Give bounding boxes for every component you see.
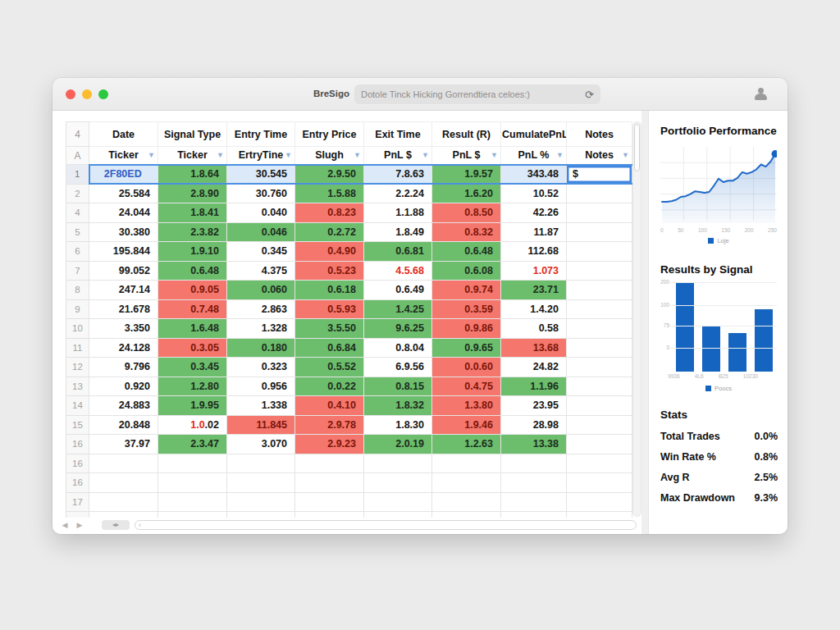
cell[interactable]: [501, 473, 567, 493]
cell[interactable]: 1.338: [227, 396, 295, 416]
cell[interactable]: 0.046: [227, 222, 295, 242]
cell[interactable]: [567, 203, 632, 223]
cell[interactable]: [567, 512, 632, 518]
cell[interactable]: 1.4.20: [501, 299, 567, 319]
filter-dropdown-icon[interactable]: ▼: [622, 151, 629, 159]
cell[interactable]: [364, 492, 432, 512]
cell[interactable]: [227, 454, 295, 473]
row-number[interactable]: 17: [66, 492, 89, 512]
row-number[interactable]: 1: [66, 165, 89, 185]
row-number[interactable]: 12: [66, 358, 89, 377]
cell[interactable]: 2.9.50: [295, 165, 364, 185]
cell[interactable]: 25.584: [89, 184, 158, 203]
cell[interactable]: [227, 473, 295, 493]
cell[interactable]: [295, 512, 364, 518]
sub-header-pnl-[interactable]: PnL %▼: [501, 147, 567, 165]
cell[interactable]: 0.6.48: [432, 242, 501, 262]
cell[interactable]: 112.68: [501, 242, 567, 262]
cell[interactable]: 0.0.22: [295, 377, 364, 396]
cell[interactable]: 1.328: [227, 319, 295, 339]
cell[interactable]: [567, 184, 632, 203]
cell[interactable]: 2.2.24: [364, 184, 432, 203]
column-header-signal-type[interactable]: Signal Type: [158, 122, 227, 147]
row-number[interactable]: 7: [66, 261, 89, 281]
row-number[interactable]: 16: [66, 435, 89, 454]
filter-dropdown-icon[interactable]: ▼: [354, 151, 361, 159]
cell[interactable]: [295, 492, 364, 512]
cell[interactable]: 0.9.05: [158, 281, 227, 300]
cell[interactable]: [567, 281, 632, 300]
minimize-button[interactable]: [82, 89, 92, 99]
cell[interactable]: 0.6.18: [295, 281, 364, 300]
cell[interactable]: [567, 396, 632, 416]
cell[interactable]: 247.14: [89, 281, 158, 300]
cell[interactable]: [89, 454, 158, 473]
horizontal-scrollbar[interactable]: ‹: [135, 520, 637, 530]
cell[interactable]: 0.0.60: [432, 358, 501, 377]
cell[interactable]: 37.97: [89, 435, 158, 454]
cell[interactable]: 195.844: [89, 242, 158, 262]
cell[interactable]: 0.2.72: [295, 222, 364, 242]
cell[interactable]: 0.6.84: [295, 338, 364, 358]
cell[interactable]: 30.380: [89, 222, 158, 242]
cell[interactable]: 0.9.65: [432, 338, 501, 358]
cell[interactable]: 1.6.48: [158, 319, 227, 339]
scroll-right-icon[interactable]: ▶: [72, 521, 87, 529]
cell[interactable]: 0.58: [501, 319, 567, 339]
row-number[interactable]: 16: [66, 473, 89, 493]
cell[interactable]: 4.375: [227, 261, 295, 281]
cell[interactable]: 1.2.63: [432, 435, 501, 454]
cell[interactable]: 24.883: [89, 396, 158, 416]
cell[interactable]: [567, 242, 632, 262]
scrollbar-left-arrow-icon[interactable]: ‹: [139, 521, 141, 529]
cell[interactable]: [364, 473, 432, 493]
cell[interactable]: 13.38: [501, 435, 567, 454]
cell[interactable]: $: [567, 165, 632, 185]
user-account-icon[interactable]: [754, 87, 768, 101]
column-header-entry-price[interactable]: Entry Price: [295, 122, 364, 147]
cell[interactable]: 2.0.19: [364, 435, 432, 454]
cell[interactable]: 0.4.75: [432, 377, 501, 396]
cell[interactable]: 0.8.04: [364, 338, 432, 358]
sub-header-slugh[interactable]: Slugh▼: [295, 147, 364, 165]
cell[interactable]: [227, 512, 295, 518]
cell[interactable]: 1.8.32: [364, 396, 432, 416]
cell[interactable]: 0.040: [227, 203, 295, 223]
cell[interactable]: 1.8.41: [158, 203, 227, 223]
cell[interactable]: 0.9.86: [432, 319, 501, 339]
cell[interactable]: 28.98: [501, 415, 567, 435]
cell[interactable]: 0.4.10: [295, 396, 364, 416]
address-bar[interactable]: Dotole Tinck Hicking Gorrendtiera celoes…: [354, 84, 600, 104]
cell[interactable]: 42.26: [501, 203, 567, 223]
cell[interactable]: 1.8.64: [158, 165, 227, 185]
cell[interactable]: 0.6.81: [364, 242, 432, 262]
sub-header-pnl-[interactable]: PnL $▼: [364, 147, 432, 165]
cell[interactable]: [501, 454, 567, 473]
vertical-scrollbar[interactable]: [632, 121, 641, 517]
cell[interactable]: 11.845: [227, 415, 295, 435]
cell[interactable]: 9.796: [89, 358, 158, 377]
cell[interactable]: 0.6.48: [158, 261, 227, 281]
cell[interactable]: [567, 338, 632, 358]
cell[interactable]: [567, 299, 632, 319]
scroll-left-icon[interactable]: ◀: [57, 521, 72, 529]
cell[interactable]: 30.545: [227, 165, 295, 185]
cell[interactable]: 99.052: [89, 261, 158, 281]
cell[interactable]: 0.323: [227, 358, 295, 377]
cell[interactable]: 1.8.30: [364, 415, 432, 435]
cell[interactable]: 0.3.05: [158, 338, 227, 358]
cell[interactable]: [89, 473, 158, 493]
sheet-tabs-icon[interactable]: ◂▸: [102, 520, 130, 530]
cell[interactable]: 1.1.96: [501, 377, 567, 396]
select-all-corner[interactable]: 4: [66, 122, 89, 147]
cell[interactable]: 23.95: [501, 396, 567, 416]
cell[interactable]: 24.128: [89, 338, 158, 358]
cell[interactable]: 0.5.23: [295, 261, 364, 281]
cell[interactable]: 6.9.56: [364, 358, 432, 377]
cell[interactable]: [158, 492, 227, 512]
cell[interactable]: 0.956: [227, 377, 295, 396]
cell[interactable]: [567, 435, 632, 454]
cell[interactable]: 3.5.50: [295, 319, 364, 339]
refresh-icon[interactable]: ⟳: [585, 89, 594, 101]
cell[interactable]: 0.920: [89, 377, 158, 396]
